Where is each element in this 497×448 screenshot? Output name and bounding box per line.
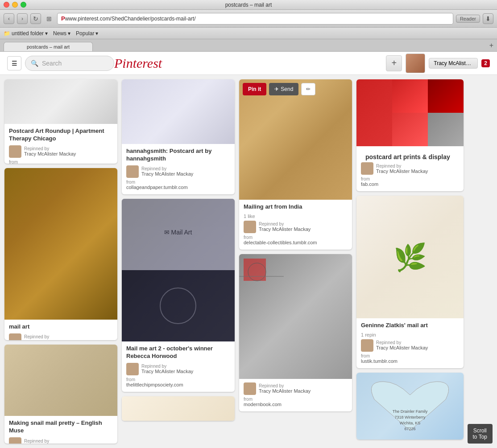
user-avatar bbox=[406, 53, 425, 73]
pin-title: Geninne Zlatkis' mail art bbox=[361, 322, 459, 329]
pin-image-botanical bbox=[356, 196, 464, 318]
pin-image-heart-envelope: The Drainler Family 7318 Winterberry Wic… bbox=[356, 373, 464, 440]
pin-title: hannahgsmith: Postcard art by hannahgsmi… bbox=[126, 148, 230, 163]
back-button[interactable]: ‹ bbox=[4, 13, 14, 24]
board-img-5 bbox=[428, 113, 464, 146]
board-img-3 bbox=[428, 79, 464, 113]
pin-avatar bbox=[9, 145, 21, 158]
pin-meta: Repinned by Tracy McAlister Mackay bbox=[361, 162, 459, 175]
add-button[interactable]: + bbox=[386, 55, 402, 71]
browser-toolbar: ‹ › ↻ ⊞ P www.pinterest.com/ShedChandeli… bbox=[0, 10, 497, 28]
column-2: hannahgsmith: Postcard art by hannahgsmi… bbox=[122, 79, 235, 444]
close-button[interactable] bbox=[4, 2, 9, 8]
window-title: postcards – mail art bbox=[225, 2, 272, 8]
pin-meta: Repinned by Tracy McAlister Mackay bbox=[244, 382, 348, 395]
grid-button[interactable]: ⊞ bbox=[44, 13, 54, 24]
pin-meta: Repinned by Tracy McAlister Mackay bbox=[9, 437, 113, 444]
edit-button[interactable]: ✏ bbox=[301, 83, 315, 95]
search-placeholder: Search bbox=[42, 60, 62, 67]
menu-button[interactable]: ☰ bbox=[7, 56, 21, 70]
pin-title: mail art bbox=[9, 323, 113, 331]
svg-rect-2 bbox=[122, 270, 235, 341]
app-header: ☰ 🔍 Search Pinterest + Tracy McAliste...… bbox=[0, 52, 497, 75]
pin-meta: Repinned by Tracy McAlister Mackay bbox=[9, 145, 113, 158]
pin-image-craftroom bbox=[4, 168, 117, 320]
pin-title: Postcard Art Roundup | Apartment Therapy… bbox=[9, 127, 113, 143]
search-bar[interactable]: 🔍 Search bbox=[25, 56, 114, 71]
header-right: + Tracy McAliste... 2 bbox=[386, 53, 490, 73]
pin-card-graceful-envelope[interactable] bbox=[122, 396, 235, 421]
notification-badge[interactable]: 2 bbox=[481, 59, 490, 67]
pin-avatar bbox=[126, 165, 139, 178]
pin-title: Mailing art from India bbox=[244, 203, 348, 211]
reload-button[interactable]: ↻ bbox=[30, 13, 41, 24]
pin-title: Mail me art 2 - october's winner Rebecca… bbox=[126, 345, 230, 360]
tab-postcards-mail-art[interactable]: postcards – mail art bbox=[4, 42, 93, 51]
favicon: P bbox=[61, 15, 65, 22]
svg-rect-4 bbox=[244, 259, 266, 281]
pin-card-heart-envelope[interactable]: The Drainler Family 7318 Winterberry Wic… bbox=[356, 373, 464, 440]
pin-image-envelope bbox=[239, 254, 352, 379]
pin-card-stamp-envelope[interactable]: Repinned by Tracy McAlister Mackay from … bbox=[239, 254, 352, 411]
pin-meta: Repinned by Tracy McAlister Mackay bbox=[361, 339, 459, 352]
user-name-button[interactable]: Tracy McAliste... bbox=[429, 58, 478, 69]
svg-text:The Drainler Family: The Drainler Family bbox=[393, 409, 428, 414]
pin-title: Making snail mail pretty – English Muse bbox=[9, 419, 113, 435]
download-button[interactable]: ⬇ bbox=[483, 13, 493, 24]
pin-avatar bbox=[361, 162, 373, 175]
pin-avatar bbox=[9, 437, 21, 444]
svg-text:7318 Winterberry: 7318 Winterberry bbox=[394, 415, 426, 419]
pin-image-mail-art2: ✉ Mail Art bbox=[122, 199, 235, 341]
pin-card-mail-art[interactable]: mail art Repinned by Tracy McAlister Mac… bbox=[4, 168, 117, 341]
column-4: postcard art prints & display Repinned b… bbox=[356, 79, 464, 444]
new-tab-button[interactable]: + bbox=[489, 41, 493, 49]
board-img-4 bbox=[392, 113, 428, 146]
column-1: Postcard Art Roundup | Apartment Therapy… bbox=[4, 79, 117, 444]
send-button[interactable]: ✈ Send bbox=[269, 83, 298, 95]
forward-button[interactable]: › bbox=[17, 13, 28, 24]
address-bar[interactable]: P www.pinterest.com/ShedChandelier/postc… bbox=[57, 13, 453, 25]
pin-card-snail-mail[interactable]: Making snail mail pretty – English Muse … bbox=[4, 345, 117, 444]
svg-text:67226: 67226 bbox=[404, 427, 415, 431]
pin-image-graceful bbox=[122, 396, 235, 421]
bookmark-untitled-folder[interactable]: 📁 untitled folder ▾ bbox=[4, 30, 48, 37]
board-img-1 bbox=[356, 79, 392, 146]
titlebar: postcards – mail art bbox=[0, 0, 497, 10]
svg-text:Wichita, KS: Wichita, KS bbox=[400, 421, 421, 425]
board-img-2 bbox=[392, 79, 428, 113]
pin-image-postcard-art bbox=[122, 79, 235, 144]
scroll-to-top-button[interactable]: Scroll to Top bbox=[468, 424, 493, 444]
pin-avatar bbox=[126, 363, 139, 375]
pin-avatar bbox=[9, 333, 21, 341]
pin-avatar bbox=[244, 382, 256, 395]
pin-card-hannahgsmith[interactable]: hannahgsmith: Postcard art by hannahgsmi… bbox=[122, 79, 235, 194]
bookmarks-bar: 📁 untitled folder ▾ News ▾ Popular ▾ bbox=[0, 28, 497, 39]
pin-image-package bbox=[4, 345, 117, 416]
pin-card-geninne-zlatkis[interactable]: Geninne Zlatkis' mail art 1 repin Repinn… bbox=[356, 196, 464, 368]
pinit-button[interactable]: Pin it bbox=[243, 83, 266, 95]
send-icon: ✈ bbox=[274, 86, 279, 92]
minimize-button[interactable] bbox=[12, 2, 18, 8]
bookmark-popular[interactable]: Popular ▾ bbox=[76, 30, 98, 37]
pin-card-mail-me-art[interactable]: ✉ Mail Art Mail me art 2 - october's win… bbox=[122, 199, 235, 392]
pin-meta: Repinned by Tracy McAlister Mackay bbox=[244, 221, 348, 233]
bookmark-news[interactable]: News ▾ bbox=[53, 30, 70, 37]
pin-card-mailing-art-india[interactable]: Pin it ✈ Send ✏ Mailing art from India 1… bbox=[239, 79, 352, 250]
pin-card-postcard-roundup[interactable]: Postcard Art Roundup | Apartment Therapy… bbox=[4, 79, 117, 164]
pinterest-logo: Pinterest bbox=[114, 56, 162, 71]
reader-button[interactable]: Reader bbox=[456, 15, 480, 23]
pin-meta: Repinned by Tracy McAlister Mackay bbox=[126, 363, 230, 375]
search-icon: 🔍 bbox=[31, 60, 38, 67]
pin-avatar bbox=[361, 339, 373, 352]
pin-repins: 1 repin bbox=[361, 332, 459, 337]
pin-meta: Repinned by Tracy McAlister Mackay bbox=[126, 165, 230, 178]
main-content: Postcard Art Roundup | Apartment Therapy… bbox=[0, 75, 497, 448]
board-title: postcard art prints & display bbox=[361, 150, 459, 162]
pin-likes: 1 like bbox=[244, 214, 348, 219]
board-header-images bbox=[356, 79, 464, 146]
maximize-button[interactable] bbox=[21, 2, 26, 8]
column-3: Pin it ✈ Send ✏ Mailing art from India 1… bbox=[239, 79, 352, 444]
board-postcard-prints[interactable]: postcard art prints & display Repinned b… bbox=[356, 79, 464, 191]
window-controls[interactable] bbox=[4, 2, 26, 8]
svg-text:✉ Mail Art: ✉ Mail Art bbox=[164, 229, 192, 236]
